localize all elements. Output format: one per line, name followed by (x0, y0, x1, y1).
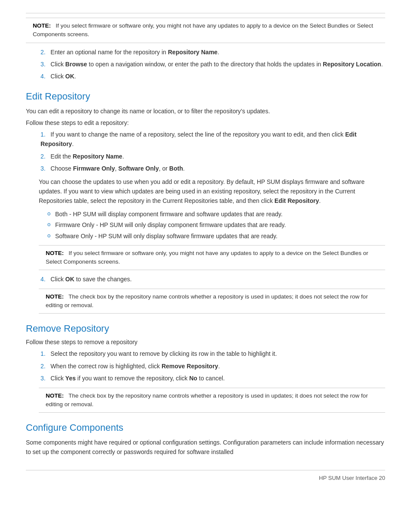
edit-step-1: 1. If you want to change the name of a r… (39, 130, 385, 149)
intro-steps-list: 2. Enter an optional name for the reposi… (39, 47, 385, 81)
remove-step-3-text: Click Yes if you want to remove the repo… (47, 375, 225, 382)
edit-step-1-text: If you want to change the name of a repo… (40, 131, 357, 147)
remove-step-1-text: Select the repository you want to remove… (47, 350, 277, 357)
bullet-both: Both - HP SUM will display component fir… (47, 209, 385, 219)
edit-note-1-text: NOTE: If you select firmware or software… (46, 249, 378, 267)
remove-repository-follow: Follow these steps to remove a repositor… (26, 339, 385, 345)
top-note-label: NOTE: (33, 22, 51, 29)
remove-note-text: NOTE: The check box by the repository na… (46, 392, 378, 409)
top-note-body: If you select firmware or software only,… (33, 22, 373, 37)
edit-step-3-number: 3. (40, 165, 46, 172)
remove-step-1: 1. Select the repository you want to rem… (39, 349, 385, 358)
edit-step-3-para: You can choose the updates to use when y… (39, 177, 385, 206)
edit-note-1-box: NOTE: If you select firmware or software… (39, 245, 385, 271)
edit-step-4-number: 4. (40, 276, 46, 283)
edit-note-2-body: The check box by the repository name con… (46, 293, 368, 308)
remove-note-body: The check box by the repository name con… (46, 392, 368, 408)
intro-step-2-text: Enter an optional name for the repositor… (47, 49, 219, 56)
intro-step-3-text: Click Browse to open a navigation window… (47, 61, 383, 68)
edit-repository-follow: Follow these steps to edit a repository: (26, 119, 385, 126)
intro-step-3: 3. Click Browse to open a navigation win… (39, 59, 385, 69)
edit-step-4: 4. Click OK to save the changes. (39, 274, 385, 284)
edit-note-2-label: NOTE: (46, 293, 64, 300)
remove-step-2-text: When the correct row is highlighted, cli… (47, 363, 220, 370)
edit-step-1-number: 1. (40, 131, 46, 138)
edit-step-4-list: 4. Click OK to save the changes. (39, 274, 385, 284)
bullet-firmware-only: Firmware Only - HP SUM will only display… (47, 220, 385, 230)
edit-repository-intro: You can edit a repository to change its … (26, 106, 385, 116)
edit-step-2: 2. Edit the Repository Name. (39, 152, 385, 161)
page-footer: HP SUM User Interface 20 (26, 470, 385, 481)
configure-components-intro: Some components might have required or o… (26, 438, 385, 457)
remove-note-label: NOTE: (46, 392, 64, 399)
remove-note-box: NOTE: The check box by the repository na… (39, 388, 385, 413)
edit-steps-list: 1. If you want to change the name of a r… (39, 130, 385, 174)
edit-note-1-body: If you select firmware or software only,… (46, 250, 368, 265)
intro-step-2-number: 2. (40, 49, 46, 56)
remove-step-3-number: 3. (40, 375, 46, 382)
footer-text: HP SUM User Interface 20 (319, 475, 385, 481)
edit-step-3: 3. Choose Firmware Only, Software Only, … (39, 164, 385, 173)
edit-step-2-number: 2. (40, 153, 46, 160)
edit-note-2-text: NOTE: The check box by the repository na… (46, 292, 378, 310)
remove-step-3: 3. Click Yes if you want to remove the r… (39, 373, 385, 383)
configure-components-title: Configure Components (26, 422, 385, 433)
edit-step-3-text: Choose Firmware Only, Software Only, or … (47, 165, 185, 172)
intro-step-3-number: 3. (40, 61, 46, 68)
remove-steps-list: 1. Select the repository you want to rem… (39, 349, 385, 383)
top-note-box: NOTE: If you select firmware or software… (26, 18, 385, 43)
edit-step-3-detail: You can choose the updates to use when y… (39, 177, 385, 271)
remove-step-2-number: 2. (40, 363, 46, 370)
edit-note-2-container: NOTE: The check box by the repository na… (39, 289, 385, 314)
intro-step-4-text: Click OK. (47, 73, 76, 80)
edit-note-2-box: NOTE: The check box by the repository na… (39, 289, 385, 314)
edit-note-1-label: NOTE: (46, 250, 64, 256)
remove-step-2: 2. When the correct row is highlighted, … (39, 361, 385, 371)
intro-step-4: 4. Click OK. (39, 72, 385, 81)
remove-repository-title: Remove Repository (26, 323, 385, 334)
top-note-text: NOTE: If you select firmware or software… (33, 22, 378, 39)
intro-step-4-number: 4. (40, 73, 46, 80)
top-divider (26, 13, 385, 13)
remove-note-container: NOTE: The check box by the repository na… (39, 388, 385, 413)
edit-step-4-text: Click OK to save the changes. (47, 276, 132, 283)
bullet-software-only: Software Only - HP SUM will only display… (47, 231, 385, 241)
edit-step-3-bullets: Both - HP SUM will display component fir… (47, 209, 385, 241)
remove-step-1-number: 1. (40, 350, 46, 357)
edit-step-2-text: Edit the Repository Name. (47, 153, 124, 160)
edit-repository-title: Edit Repository (26, 91, 385, 102)
intro-step-2: 2. Enter an optional name for the reposi… (39, 47, 385, 57)
